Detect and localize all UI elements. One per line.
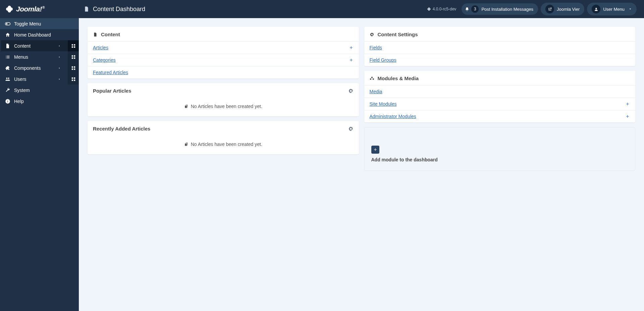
sidebar: Toggle Menu Home DashboardContentMenusCo… — [0, 18, 79, 179]
content-row: Categories — [88, 54, 359, 66]
copy-icon — [184, 142, 189, 147]
add-categories-button[interactable] — [349, 58, 354, 62]
site-preview-button[interactable]: Joomla Vier — [541, 3, 584, 15]
link-site-modules[interactable]: Site Modules — [370, 101, 397, 107]
joomla-small-icon — [427, 7, 431, 11]
sidebar-item-help[interactable]: Help — [0, 96, 79, 107]
brand-name: Joomla!® — [16, 5, 45, 13]
gear-icon — [370, 32, 374, 37]
add-administrator-modules-button[interactable] — [625, 114, 630, 119]
list-icon — [5, 54, 11, 60]
add-module-card[interactable]: Add module to the dashboard — [364, 127, 636, 171]
sidebar-item-label: Users — [14, 76, 26, 82]
settings-row: Field Groups — [364, 54, 636, 66]
caret-down-icon — [629, 7, 632, 11]
sidebar-item-home-dashboard[interactable]: Home Dashboard — [0, 29, 79, 40]
page-title: Content Dashboard — [93, 6, 145, 13]
users-icon — [5, 76, 11, 82]
modules-row: Media — [364, 85, 636, 98]
chevron-right-icon — [58, 56, 61, 58]
file-icon — [5, 43, 11, 49]
modules-row: Administrator Modules — [364, 110, 636, 122]
version-info: 4.0.0-rc5-dev — [427, 7, 457, 11]
dashboard-shortcut-icon[interactable] — [68, 40, 79, 51]
brand-logo[interactable]: Joomla!® — [0, 0, 79, 18]
popular-empty: No Articles have been created yet. — [88, 98, 359, 116]
toggle-menu-button[interactable]: Toggle Menu — [0, 18, 79, 29]
add-site-modules-button[interactable] — [625, 102, 630, 106]
chevron-right-icon — [58, 67, 61, 69]
toggle-menu-label: Toggle Menu — [14, 21, 41, 27]
plus-icon — [349, 45, 354, 50]
modules-row: Site Modules — [364, 98, 636, 110]
file-icon — [84, 6, 90, 12]
dashboard-shortcut-icon[interactable] — [68, 51, 79, 62]
file-lines-icon — [93, 32, 98, 37]
modules-card-title: Modules & Media — [378, 75, 419, 81]
sidebar-item-content[interactable]: Content — [0, 40, 79, 51]
link-categories[interactable]: Categories — [93, 57, 116, 63]
modules-media-card: Modules & Media MediaSite ModulesAdminis… — [364, 71, 636, 122]
recent-empty: No Articles have been created yet. — [88, 136, 359, 154]
sidebar-item-components[interactable]: Components — [0, 62, 79, 73]
link-field-groups[interactable]: Field Groups — [370, 57, 396, 63]
gear-icon[interactable] — [348, 126, 354, 132]
notification-count: 3 — [471, 5, 479, 13]
info-icon — [5, 99, 11, 104]
content-row: Articles — [88, 41, 359, 54]
plus-icon — [625, 102, 630, 106]
recent-title: Recently Added Articles — [93, 126, 150, 132]
chevron-right-icon — [58, 78, 61, 81]
site-link-label: Joomla Vier — [557, 7, 580, 12]
joomla-logo-icon — [5, 5, 13, 13]
add-module-plus-icon — [371, 146, 379, 154]
sidebar-item-label: Components — [14, 65, 41, 71]
settings-row: Fields — [364, 41, 636, 54]
bell-icon — [465, 7, 469, 11]
sidebar-item-users[interactable]: Users — [0, 73, 79, 85]
link-featured-articles[interactable]: Featured Articles — [93, 70, 128, 75]
puzzle-icon — [5, 65, 11, 71]
content-card-title: Content — [101, 32, 120, 37]
link-media[interactable]: Media — [370, 89, 382, 94]
add-module-label: Add module to the dashboard — [371, 157, 629, 162]
gear-icon[interactable] — [348, 88, 354, 94]
post-install-messages-button[interactable]: 3 Post Installation Messages — [462, 3, 538, 15]
toggle-icon — [5, 21, 11, 27]
content-row: Featured Articles — [88, 66, 359, 79]
copy-icon — [184, 104, 189, 109]
recent-articles-card: Recently Added Articles No Articles have… — [88, 121, 359, 154]
link-articles[interactable]: Articles — [93, 45, 108, 50]
user-menu-label: User Menu — [603, 7, 625, 12]
user-icon — [594, 7, 598, 11]
sidebar-item-label: Help — [14, 99, 24, 104]
plus-icon — [625, 114, 630, 119]
popular-articles-card: Popular Articles No Articles have been c… — [88, 83, 359, 116]
sidebar-item-label: Menus — [14, 54, 28, 60]
sidebar-item-label: Home Dashboard — [14, 32, 51, 38]
user-menu-button[interactable]: User Menu — [587, 3, 637, 15]
header-bar: Joomla!® Content Dashboard 4.0.0-rc5-dev… — [0, 0, 644, 18]
dashboard-shortcut-icon[interactable] — [68, 73, 79, 85]
settings-card-title: Content Settings — [378, 32, 418, 37]
chevron-right-icon — [58, 45, 61, 47]
home-icon — [5, 32, 11, 38]
link-fields[interactable]: Fields — [370, 45, 382, 50]
link-administrator-modules[interactable]: Administrator Modules — [370, 114, 416, 119]
wrench-icon — [5, 88, 11, 93]
page-title-box: Content Dashboard — [79, 6, 145, 13]
content-card: Content ArticlesCategoriesFeatured Artic… — [88, 27, 359, 79]
sidebar-item-label: System — [14, 88, 30, 93]
add-articles-button[interactable] — [349, 45, 354, 50]
cubes-icon — [370, 76, 374, 81]
main-content: Content ArticlesCategoriesFeatured Artic… — [79, 18, 644, 179]
plus-icon — [349, 58, 354, 62]
external-link-icon — [548, 7, 552, 11]
content-settings-card: Content Settings FieldsField Groups — [364, 27, 636, 66]
sidebar-item-system[interactable]: System — [0, 85, 79, 96]
dashboard-shortcut-icon[interactable] — [68, 62, 79, 73]
notif-label: Post Installation Messages — [481, 7, 533, 12]
sidebar-item-label: Content — [14, 43, 31, 49]
sidebar-item-menus[interactable]: Menus — [0, 51, 79, 62]
popular-title: Popular Articles — [93, 88, 131, 94]
